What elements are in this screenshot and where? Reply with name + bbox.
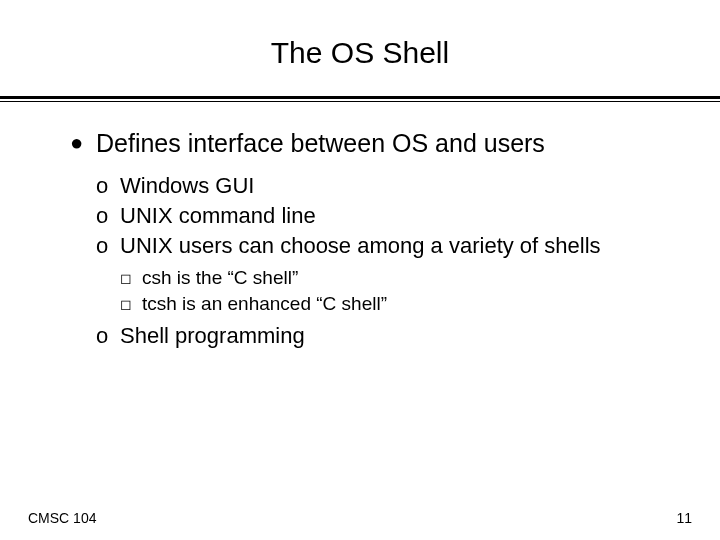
slide-content: ● Defines interface between OS and users…	[0, 102, 720, 350]
bullet-square-icon: ◻	[120, 292, 142, 316]
slide-footer: CMSC 104 11	[0, 510, 720, 526]
sub-sublist: ◻ csh is the “C shell” ◻ tcsh is an enha…	[120, 266, 660, 316]
list-item: o Shell programming	[96, 322, 660, 350]
list-item: o Windows GUI	[96, 172, 660, 200]
list-item-text: tcsh is an enhanced “C shell”	[142, 292, 387, 316]
slide-title: The OS Shell	[0, 0, 720, 96]
list-item-text: Shell programming	[120, 322, 305, 350]
bullet-o-icon: o	[96, 172, 120, 200]
footer-course: CMSC 104	[28, 510, 96, 526]
footer-page-number: 11	[676, 510, 692, 526]
divider-thick	[0, 96, 720, 99]
list-item-text: Windows GUI	[120, 172, 254, 200]
list-item-text: UNIX command line	[120, 202, 316, 230]
sublist: o Windows GUI o UNIX command line o UNIX…	[96, 172, 660, 350]
bullet-o-icon: o	[96, 322, 120, 350]
list-item: o UNIX users can choose among a variety …	[96, 232, 660, 260]
list-item: o UNIX command line	[96, 202, 660, 230]
list-item-text: csh is the “C shell”	[142, 266, 298, 290]
bullet-o-icon: o	[96, 232, 120, 260]
list-item-text: Defines interface between OS and users	[96, 128, 545, 158]
list-item-text: UNIX users can choose among a variety of…	[120, 232, 601, 260]
list-item: ● Defines interface between OS and users	[70, 128, 660, 158]
bullet-o-icon: o	[96, 202, 120, 230]
list-item: ◻ csh is the “C shell”	[120, 266, 660, 290]
bullet-disc-icon: ●	[70, 128, 96, 158]
list-item: ◻ tcsh is an enhanced “C shell”	[120, 292, 660, 316]
bullet-square-icon: ◻	[120, 266, 142, 290]
